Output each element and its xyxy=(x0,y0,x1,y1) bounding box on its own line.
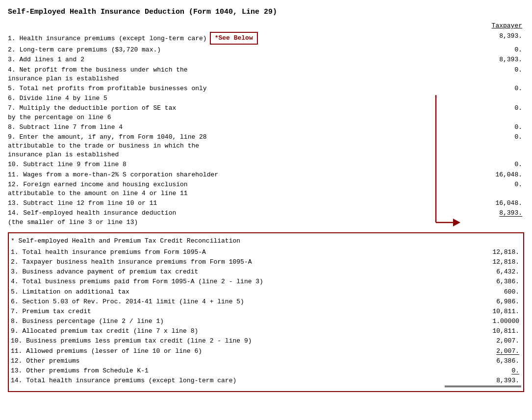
main-value-3: 8,393. xyxy=(447,55,524,65)
sub-line-1: 1. Total health insurance premiums from … xyxy=(11,247,521,257)
sub-line-9: 9. Allocated premium tax credit (line 7 … xyxy=(11,326,521,336)
sub-line-13: 13. Other premiums from Schedule K-10. xyxy=(11,366,521,376)
sub-line-8: 8. Business percentage (line 2 / line 1)… xyxy=(11,317,521,326)
sub-line-5: 5. Limitation on additional tax600. xyxy=(11,287,521,297)
sub-value-12: 6,386. xyxy=(445,356,521,366)
taxpayer-header: Taxpayer xyxy=(447,22,524,31)
sub-value-8: 1.00000 xyxy=(445,317,521,326)
reconciliation-section: * Self-employed Health and Premium Tax C… xyxy=(8,232,524,393)
main-line-11: 11. Wages from a more-than-2% S corporat… xyxy=(8,170,524,180)
sub-desc-10: 10. Business premiums less premium tax c… xyxy=(11,336,445,346)
main-value-2: 0. xyxy=(447,45,524,55)
sub-line-6: 6. Section 5.03 of Rev. Proc. 2014-41 li… xyxy=(11,297,521,307)
sub-line-4: 4. Total business premiums paid from For… xyxy=(11,277,521,287)
main-line-12: 12. Foreign earned income and housing ex… xyxy=(8,180,524,198)
sub-value-14: 8,393. xyxy=(445,376,521,387)
sub-desc-14: 14. Total health insurance premiums (exc… xyxy=(11,376,445,387)
sub-value-6: 6,986. xyxy=(445,297,521,307)
sub-value-3: 6,432. xyxy=(445,267,521,277)
main-value-11: 16,048. xyxy=(447,170,524,180)
section-title: * Self-employed Health and Premium Tax C… xyxy=(11,237,521,245)
main-line-10: 10. Subtract line 9 from line 80. xyxy=(8,160,524,170)
main-line-9: 9. Enter the amount, if any, from Form 1… xyxy=(8,132,524,160)
sub-value-13: 0. xyxy=(445,366,521,376)
see-below-label: *See Below xyxy=(210,32,258,45)
sub-line-7: 7. Premium tax credit10,811. xyxy=(11,307,521,317)
sub-line-3: 3. Business advance payment of premium t… xyxy=(11,267,521,277)
sub-desc-6: 6. Section 5.03 of Rev. Proc. 2014-41 li… xyxy=(11,297,445,307)
sub-line-11: 11. Allowed premiums (lesser of line 10 … xyxy=(11,346,521,356)
main-value-6 xyxy=(447,94,524,103)
main-value-10: 0. xyxy=(447,160,524,170)
sub-value-7: 10,811. xyxy=(445,307,521,317)
sub-line-2: 2. Taxpayer business health insurance pr… xyxy=(11,257,521,267)
main-value-7: 0. xyxy=(447,103,524,122)
sub-desc-1: 1. Total health insurance premiums from … xyxy=(11,247,445,257)
sub-line-10: 10. Business premiums less premium tax c… xyxy=(11,336,521,346)
sub-value-4: 6,386. xyxy=(445,277,521,287)
sub-value-9: 10,811. xyxy=(445,326,521,336)
main-value-4: 0. xyxy=(447,65,524,84)
sub-line-12: 12. Other premiums6,386. xyxy=(11,356,521,366)
sub-desc-8: 8. Business percentage (line 2 / line 1) xyxy=(11,317,445,326)
main-value-8: 0. xyxy=(447,123,524,132)
sub-value-5: 600. xyxy=(445,287,521,297)
main-line-13: 13. Subtract line 12 from line 10 or 111… xyxy=(8,198,524,208)
main-value-14: 8,393. xyxy=(447,208,524,227)
main-value-9: 0. xyxy=(447,132,524,160)
sub-desc-5: 5. Limitation on additional tax xyxy=(11,287,445,297)
main-line-7: 7. Multiply the deductible portion of SE… xyxy=(8,103,524,122)
page-title: Self-Employed Health Insurance Deduction… xyxy=(8,8,524,16)
main-line-3: 3. Add lines 1 and 28,393. xyxy=(8,55,524,65)
sub-desc-11: 11. Allowed premiums (lesser of line 10 … xyxy=(11,346,445,356)
sub-value-10: 2,007. xyxy=(445,336,521,346)
main-line-6: 6. Divide line 4 by line 5 xyxy=(8,94,524,103)
main-line-1: 1. Health insurance premiums (except lon… xyxy=(8,31,524,45)
sub-desc-4: 4. Total business premiums paid from For… xyxy=(11,277,445,287)
main-value-5: 0. xyxy=(447,84,524,94)
sub-desc-13: 13. Other premiums from Schedule K-1 xyxy=(11,366,445,376)
main-line-8: 8. Subtract line 7 from line 40. xyxy=(8,123,524,132)
sub-value-1: 12,818. xyxy=(445,247,521,257)
main-line-4: 4. Net profit from the business under wh… xyxy=(8,65,524,84)
sub-desc-7: 7. Premium tax credit xyxy=(11,307,445,317)
main-line-14: 14. Self-employed health insurance deduc… xyxy=(8,208,524,227)
main-value-12: 0. xyxy=(447,180,524,198)
sub-desc-3: 3. Business advance payment of premium t… xyxy=(11,267,445,277)
sub-line-14: 14. Total health insurance premiums (exc… xyxy=(11,376,521,387)
main-line-5: 5. Total net profits from profitable bus… xyxy=(8,84,524,94)
main-value-13: 16,048. xyxy=(447,198,524,208)
main-value-1: 8,393. xyxy=(447,31,524,45)
sub-desc-9: 9. Allocated premium tax credit (line 7 … xyxy=(11,326,445,336)
sub-value-2: 12,818. xyxy=(445,257,521,267)
sub-desc-12: 12. Other premiums xyxy=(11,356,445,366)
main-line-2: 2. Long-term care premiums ($3,720 max.)… xyxy=(8,45,524,55)
sub-desc-2: 2. Taxpayer business health insurance pr… xyxy=(11,257,445,267)
sub-value-11: 2,007. xyxy=(445,346,521,356)
